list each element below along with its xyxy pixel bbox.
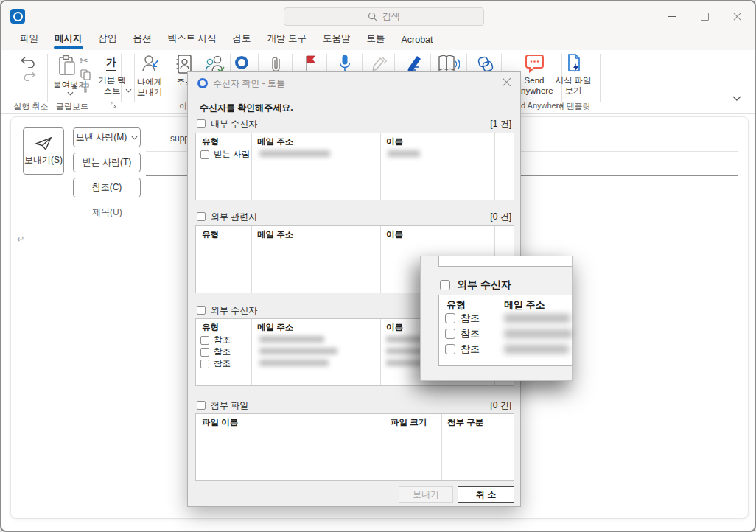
inset-row-checkbox[interactable] — [445, 344, 455, 354]
format-painter-icon[interactable] — [80, 83, 91, 93]
ribbon-group-undo-label: 실행 취소 — [13, 101, 48, 112]
col-name: 이름 — [386, 229, 403, 240]
redacted-email — [504, 314, 570, 323]
inset-external-recipients-label: 외부 수신자 — [457, 279, 511, 292]
ribbon-group-clipboard-label: 클립보드 — [56, 101, 88, 112]
external-related-checkbox[interactable] — [197, 212, 206, 221]
row-checkbox[interactable] — [200, 150, 209, 159]
send-message-button[interactable]: 보내기(S) — [23, 127, 64, 175]
paper-plane-icon — [35, 136, 52, 151]
send-to-me-icon[interactable] — [140, 54, 161, 74]
col-file-name: 파일 이름 — [202, 417, 238, 428]
close-button[interactable] — [721, 3, 753, 29]
table-row[interactable]: 참조 — [200, 335, 231, 346]
internal-recipients-count: [1 건] — [490, 118, 511, 130]
col-email: 메일 주소 — [257, 136, 293, 147]
cc-button[interactable]: 참조(C) — [73, 178, 141, 197]
tab-file[interactable]: 파일 — [12, 29, 46, 50]
cc-label: 참조(C) — [92, 181, 122, 194]
tab-acrobat[interactable]: Acrobat — [393, 32, 441, 50]
tab-options[interactable]: 옵션 — [125, 29, 160, 50]
send-anywhere-icon[interactable] — [525, 53, 545, 73]
basic-text-button[interactable]: 기본 텍스트 — [94, 75, 130, 96]
col-file-size: 파일 크기 — [391, 417, 427, 428]
maximize-button[interactable] — [688, 3, 721, 29]
table-row[interactable]: 참조 — [200, 346, 231, 357]
undo-icon[interactable] — [19, 56, 37, 68]
to-button[interactable]: 받는 사람(T) — [73, 153, 141, 172]
attachments-section-header: 첨부 파일 [0 건] — [197, 399, 511, 411]
tab-totle[interactable]: 토틀 — [358, 29, 393, 50]
tab-help[interactable]: 도움말 — [315, 29, 359, 50]
redacted-name — [388, 150, 420, 157]
dialog-close-icon[interactable] — [502, 77, 511, 87]
tab-message[interactable]: 메시지 — [46, 29, 91, 50]
attachments-label: 첨부 파일 — [211, 399, 248, 412]
from-label: 보낸 사람(M) — [76, 131, 127, 144]
row-type-label: 참조 — [214, 335, 231, 346]
inset-row-type-label: 참조 — [461, 312, 480, 325]
title-bar: 검색 — [1, 1, 755, 31]
redacted-email — [259, 348, 337, 354]
collapse-ribbon-chevron-icon[interactable] — [732, 96, 741, 102]
inset-row-checkbox[interactable] — [445, 313, 455, 323]
send-to-me-button[interactable]: 나에게 보내기 — [133, 77, 167, 97]
inset-table-row[interactable]: 참조 — [445, 312, 480, 325]
inset-col-email: 메일 주소 — [504, 298, 545, 312]
subject-label: 제목(U) — [92, 206, 122, 219]
window-controls — [656, 3, 753, 29]
close-icon — [733, 13, 741, 21]
dialog-cancel-button[interactable]: 취 소 — [458, 486, 514, 503]
magnified-inset-overlay: 외부 수신자 유형 메일 주소 참조 참조 참조 — [420, 256, 573, 381]
totle-addin-icon[interactable] — [235, 56, 248, 69]
external-related-label: 외부 관련자 — [211, 211, 257, 223]
clipboard-dialog-launcher-icon[interactable] — [111, 102, 117, 108]
redacted-email — [504, 329, 573, 338]
inset-table-row[interactable]: 참조 — [445, 327, 480, 340]
cut-icon[interactable]: ✂ — [80, 55, 88, 66]
internal-recipients-checkbox[interactable] — [197, 119, 206, 128]
ribbon-tabs: 파일 메시지 삽입 옵션 텍스트 서식 검토 개발 도구 도움말 토틀 Acro… — [1, 31, 755, 50]
inset-external-recipients-table: 유형 메일 주소 참조 참조 참조 — [438, 295, 572, 366]
view-templates-icon[interactable] — [566, 53, 582, 74]
follow-up-flag-icon[interactable] — [304, 55, 317, 72]
tab-review[interactable]: 검토 — [224, 29, 259, 50]
tab-developer[interactable]: 개발 도구 — [259, 29, 314, 50]
attachments-checkbox[interactable] — [197, 401, 206, 410]
col-attach-kind: 첨부 구분 — [447, 417, 483, 428]
redacted-email — [259, 336, 324, 343]
inset-external-recipients-checkbox[interactable] — [440, 280, 450, 290]
outlook-app-icon — [10, 9, 25, 24]
from-button[interactable]: 보낸 사람(M) — [73, 127, 141, 147]
dialog-send-button[interactable]: 보내기 — [399, 486, 453, 503]
inset-row-type-label: 참조 — [461, 343, 480, 356]
tab-insert[interactable]: 삽입 — [91, 29, 125, 50]
sensitivity-icon[interactable] — [371, 56, 389, 72]
row-checkbox[interactable] — [200, 348, 209, 357]
row-type-label: 받는 사람 — [214, 149, 250, 160]
row-checkbox[interactable] — [200, 360, 209, 368]
attachments-table: 파일 이름 파일 크기 첨부 구분 — [195, 413, 514, 481]
row-checkbox[interactable] — [200, 336, 209, 345]
basic-text-icon[interactable]: 가 — [106, 56, 116, 71]
paragraph-return-mark: ↵ — [17, 234, 25, 245]
row-type-label: 참조 — [214, 346, 231, 357]
minimize-button[interactable] — [656, 3, 688, 29]
external-recipients-checkbox[interactable] — [197, 306, 206, 315]
inset-col-type: 유형 — [447, 298, 466, 312]
inset-external-recipients-header: 외부 수신자 — [440, 279, 511, 292]
copy-icon[interactable] — [80, 69, 91, 80]
tab-text-format[interactable]: 텍스트 서식 — [160, 29, 225, 50]
inset-table-row[interactable]: 참조 — [445, 343, 480, 356]
redo-icon[interactable] — [22, 71, 37, 81]
view-templates-button[interactable]: 서식 파일 보기 — [554, 75, 592, 96]
redacted-email — [504, 345, 569, 354]
outlook-o-glyph — [13, 12, 23, 21]
table-row[interactable]: 참조 — [200, 358, 231, 369]
table-row[interactable]: 받는 사람 — [200, 149, 250, 160]
paste-icon[interactable] — [57, 55, 77, 77]
search-input[interactable]: 검색 — [284, 7, 484, 26]
inset-row-checkbox[interactable] — [445, 329, 455, 339]
ribbon-divider — [47, 54, 48, 102]
ribbon-divider — [600, 54, 601, 102]
